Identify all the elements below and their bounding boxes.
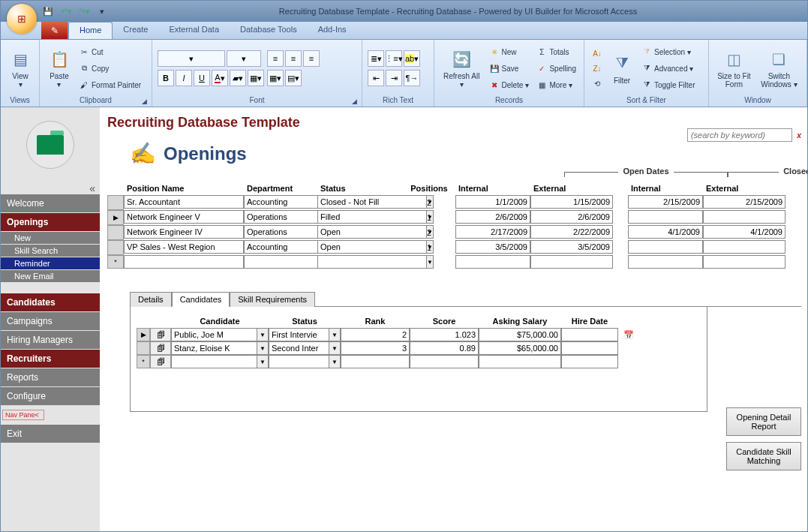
- tab-database-tools[interactable]: Database Tools: [230, 22, 308, 39]
- score-field[interactable]: [410, 328, 479, 341]
- salary-field[interactable]: [479, 355, 561, 368]
- size-to-fit-button[interactable]: ◫Size to Fit Form: [714, 47, 754, 90]
- chevron-down-icon[interactable]: ▼: [329, 341, 341, 355]
- spelling-button[interactable]: ✓Spelling: [534, 61, 578, 76]
- candidate-status-combo[interactable]: [269, 355, 329, 368]
- open-internal-date[interactable]: [455, 225, 530, 239]
- position-name-field[interactable]: [124, 210, 244, 224]
- tab-home[interactable]: Home: [68, 22, 113, 39]
- closed-internal-date[interactable]: [628, 195, 703, 209]
- row-selector[interactable]: [107, 195, 124, 210]
- salary-field[interactable]: [479, 341, 561, 355]
- sidebar-item-campaigns[interactable]: Campaigns: [1, 312, 100, 330]
- tab-details[interactable]: Details: [130, 292, 172, 307]
- document-icon[interactable]: 🗐: [157, 357, 165, 366]
- refresh-all-button[interactable]: 🔄Refresh All ▾: [440, 47, 484, 90]
- underline-button[interactable]: U: [194, 70, 210, 86]
- sidebar-item-reminder[interactable]: Reminder: [1, 257, 100, 269]
- decrease-indent-button[interactable]: ⇤: [368, 70, 384, 86]
- position-name-field[interactable]: [124, 255, 244, 269]
- sidebar-item-new-email[interactable]: New Email: [1, 270, 100, 282]
- closed-internal-date[interactable]: [628, 255, 703, 269]
- open-internal-date[interactable]: [455, 195, 530, 209]
- open-external-date[interactable]: [530, 225, 613, 239]
- qat-customize-icon[interactable]: ▾: [95, 5, 109, 18]
- new-record-button[interactable]: ✳New: [487, 44, 532, 59]
- open-external-date[interactable]: [530, 195, 613, 209]
- clear-sort-button[interactable]: ⟲: [590, 76, 605, 91]
- score-field[interactable]: [410, 355, 479, 368]
- sidebar-item-candidates[interactable]: Candidates: [1, 293, 100, 311]
- sidebar-item-skill-search[interactable]: Skill Search: [1, 245, 100, 257]
- closed-external-date[interactable]: [703, 195, 785, 209]
- opening-detail-report-button[interactable]: Opening Detail Report: [726, 407, 801, 436]
- copy-button[interactable]: ⧉Copy: [77, 61, 143, 76]
- search-clear-button[interactable]: x: [797, 131, 801, 140]
- gridline-style-button[interactable]: ▤▾: [285, 70, 302, 86]
- rank-field[interactable]: [341, 355, 410, 368]
- tab-external-data[interactable]: External Data: [158, 22, 230, 39]
- gridlines-button[interactable]: ▦▾: [248, 70, 264, 86]
- font-size-combo[interactable]: ▾: [227, 50, 261, 67]
- position-name-field[interactable]: [124, 240, 244, 254]
- candidate-combo[interactable]: [171, 355, 257, 368]
- closed-internal-date[interactable]: [628, 210, 703, 224]
- open-candidate-button[interactable]: 🗐: [150, 328, 171, 341]
- score-field[interactable]: [410, 341, 479, 355]
- save-icon[interactable]: 💾: [41, 5, 55, 18]
- paste-button[interactable]: 📋Paste▾: [45, 47, 74, 90]
- view-button[interactable]: ▤View▾: [6, 47, 35, 90]
- sidebar-item-hiring-managers[interactable]: Hiring Managers: [1, 331, 100, 349]
- italic-button[interactable]: I: [176, 70, 192, 86]
- closed-external-date[interactable]: [703, 210, 785, 224]
- fill-color-button[interactable]: ▰▾: [230, 70, 246, 86]
- row-selector[interactable]: ▶: [137, 328, 150, 341]
- position-name-field[interactable]: [124, 225, 244, 239]
- hire-date-field[interactable]: [561, 355, 618, 368]
- save-record-button[interactable]: 💾Save: [487, 61, 532, 76]
- open-external-date[interactable]: [530, 240, 613, 254]
- hire-date-field[interactable]: [561, 341, 618, 355]
- open-internal-date[interactable]: [455, 240, 530, 254]
- open-external-date[interactable]: [530, 210, 613, 224]
- clipboard-dialog-icon[interactable]: ◢: [142, 98, 147, 105]
- highlight-button[interactable]: ab▾: [404, 50, 420, 67]
- bullets-button[interactable]: ≣▾: [368, 50, 384, 67]
- hire-date-field[interactable]: [561, 328, 618, 341]
- search-input[interactable]: [687, 128, 792, 142]
- sidebar-item-reports[interactable]: Reports: [1, 368, 100, 386]
- bold-button[interactable]: B: [158, 70, 174, 86]
- closed-external-date[interactable]: [703, 225, 785, 239]
- open-internal-date[interactable]: [455, 255, 530, 269]
- calendar-icon[interactable]: 📅: [623, 330, 634, 340]
- sidebar-item-openings[interactable]: Openings: [1, 213, 100, 231]
- align-right-button[interactable]: ≡: [303, 50, 320, 67]
- align-left-button[interactable]: ≡: [267, 50, 284, 67]
- tab-candidates[interactable]: Candidates: [172, 292, 230, 307]
- closed-external-date[interactable]: [703, 255, 785, 269]
- sidebar-item-welcome[interactable]: Welcome: [1, 194, 100, 212]
- sidebar-item-recruiters[interactable]: Recruiters: [1, 350, 100, 368]
- advanced-button[interactable]: ⧩Advanced ▾: [639, 61, 697, 76]
- chevron-down-icon[interactable]: ▼: [329, 355, 341, 368]
- selection-button[interactable]: ⧩Selection ▾: [639, 44, 697, 59]
- chevron-down-icon[interactable]: ▼: [257, 328, 269, 341]
- format-painter-button[interactable]: 🖌Format Painter: [77, 77, 143, 92]
- chevron-down-icon[interactable]: ▼: [329, 328, 341, 341]
- toggle-filter-button[interactable]: ⧩Toggle Filter: [639, 77, 697, 92]
- candidate-status-combo[interactable]: [269, 328, 329, 341]
- position-name-field[interactable]: [124, 195, 244, 209]
- candidate-combo[interactable]: [171, 328, 257, 341]
- switch-windows-button[interactable]: ❏Switch Windows ▾: [757, 47, 801, 90]
- row-selector[interactable]: [107, 240, 124, 255]
- document-icon[interactable]: 🗐: [157, 330, 165, 339]
- open-candidate-button[interactable]: 🗐: [150, 355, 171, 368]
- nav-pane-toggle[interactable]: Nav Pane<: [2, 410, 44, 420]
- delete-record-button[interactable]: ✖Delete ▾: [487, 77, 532, 92]
- candidate-skill-matching-button[interactable]: Candidate Skill Matching: [726, 442, 801, 470]
- ltr-button[interactable]: ¶→: [404, 70, 420, 86]
- document-icon[interactable]: 🗐: [157, 344, 165, 353]
- sidebar-item-new[interactable]: New: [1, 232, 100, 244]
- align-center-button[interactable]: ≡: [285, 50, 302, 67]
- closed-internal-date[interactable]: [628, 225, 703, 239]
